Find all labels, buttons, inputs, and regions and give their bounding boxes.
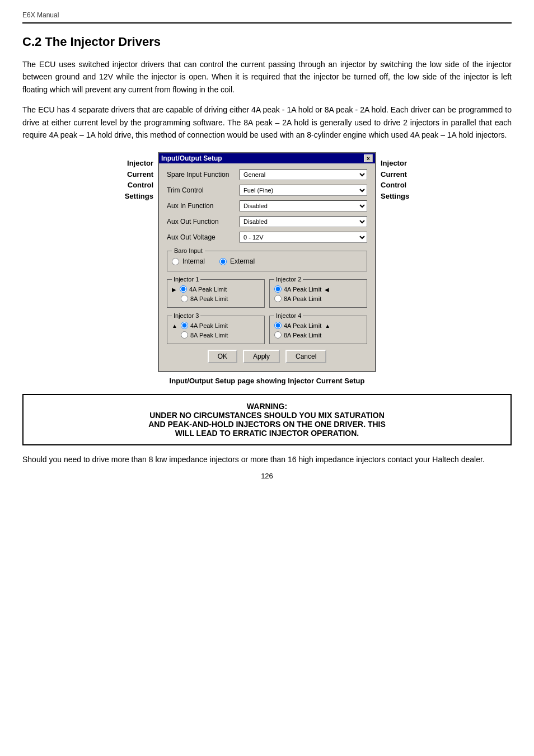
top-rule	[22, 22, 512, 24]
inj2-4a-radio[interactable]	[274, 285, 282, 293]
aux-in-label: Aux In Function	[167, 202, 240, 210]
inj2-4a-row: 4A Peak Limit ◀	[274, 285, 362, 294]
baro-internal-label[interactable]: Internal	[172, 257, 205, 265]
left-label-line3: Control	[114, 180, 153, 191]
dialog-caption: Input/Output Setup page showing Injector…	[22, 377, 512, 385]
injector4-group: Injector 4 4A Peak Limit ▲ 8A Peak Limit	[269, 312, 367, 344]
baro-radio-row: Internal External	[172, 257, 362, 266]
inj4-4a-text: 4A Peak Limit	[284, 322, 321, 329]
inj3-arrow-right: ▲	[172, 323, 177, 329]
inj1-4a-label[interactable]: 4A Peak Limit	[180, 285, 227, 293]
injector4-legend: Injector 4	[274, 312, 303, 319]
inj1-4a-radio[interactable]	[180, 285, 187, 293]
baro-internal-text: Internal	[182, 257, 205, 265]
inj4-4a-label[interactable]: 4A Peak Limit	[274, 322, 321, 329]
aux-in-function-row: Aux In Function Disabled	[167, 200, 367, 212]
injector2-group: Injector 2 4A Peak Limit ◀ 8A Peak Limit	[269, 276, 367, 308]
left-label-line2: Current	[114, 169, 153, 180]
spare-input-select[interactable]: General	[240, 169, 367, 180]
header-label: E6X Manual	[22, 11, 512, 19]
warning-title: WARNING:	[35, 402, 499, 411]
section-para2: The ECU has 4 separate drivers that are …	[22, 104, 512, 141]
warning-line1: UNDER NO CIRCUMSTANCES SHOULD YOU MIX SA…	[35, 411, 499, 420]
inj1-8a-row: 8A Peak Limit	[172, 295, 260, 303]
inj3-4a-radio[interactable]	[181, 322, 188, 329]
trim-control-label: Trim Control	[167, 186, 240, 194]
injector1-group: Injector 1 ▶ 4A Peak Limit 8A Peak Limit	[167, 276, 265, 308]
right-side-label: Injector Current Control Settings	[381, 152, 420, 201]
inj4-8a-radio[interactable]	[274, 331, 282, 339]
aux-out-voltage-select[interactable]: 0 - 12V	[240, 232, 367, 243]
inj3-8a-text: 8A Peak Limit	[190, 332, 228, 339]
left-side-label: Injector Current Control Settings	[114, 152, 153, 201]
aux-out-function-row: Aux Out Function Disabled	[167, 216, 367, 227]
warning-box: WARNING: UNDER NO CIRCUMSTANCES SHOULD Y…	[22, 394, 512, 445]
inj1-8a-label[interactable]: 8A Peak Limit	[181, 295, 228, 302]
inj4-8a-row: 8A Peak Limit	[274, 331, 362, 340]
inj3-4a-text: 4A Peak Limit	[190, 322, 228, 329]
spare-input-row: Spare Input Function General	[167, 169, 367, 180]
inj2-8a-row: 8A Peak Limit	[274, 295, 362, 303]
aux-out-label: Aux Out Function	[167, 218, 240, 226]
dialog-body: Spare Input Function General Trim Contro…	[159, 163, 375, 371]
inj4-8a-text: 8A Peak Limit	[284, 332, 321, 339]
aux-in-select[interactable]: Disabled	[240, 200, 367, 212]
inj2-8a-label[interactable]: 8A Peak Limit	[274, 295, 321, 302]
trim-control-row: Trim Control Fuel (Fine)	[167, 185, 367, 196]
dialog-window: Input/Output Setup × Spare Input Functio…	[158, 152, 376, 372]
inj4-4a-radio[interactable]	[274, 322, 282, 329]
aux-out-voltage-label: Aux Out Voltage	[167, 233, 240, 241]
ok-button[interactable]: OK	[208, 350, 237, 363]
baro-internal-radio[interactable]	[172, 258, 179, 265]
left-label-line1: Injector	[114, 158, 153, 169]
dialog-titlebar: Input/Output Setup ×	[159, 153, 375, 163]
inj2-8a-text: 8A Peak Limit	[284, 295, 321, 302]
inj1-8a-text: 8A Peak Limit	[190, 295, 228, 302]
injector3-legend: Injector 3	[172, 312, 200, 319]
inj2-8a-radio[interactable]	[274, 295, 282, 302]
cancel-button[interactable]: Cancel	[285, 350, 326, 363]
baro-external-radio[interactable]	[219, 258, 227, 265]
close-button[interactable]: ×	[364, 154, 373, 162]
right-label-line4: Settings	[381, 191, 420, 202]
right-label-line1: Injector	[381, 158, 420, 169]
dialog-title: Input/Output Setup	[161, 154, 222, 162]
section-para1: The ECU uses switched injector drivers t…	[22, 58, 512, 96]
trim-control-select[interactable]: Fuel (Fine)	[240, 185, 367, 196]
inj1-8a-radio[interactable]	[181, 295, 188, 302]
baro-external-label[interactable]: External	[219, 257, 255, 265]
inj3-8a-row: 8A Peak Limit	[172, 331, 260, 340]
inj4-8a-label[interactable]: 8A Peak Limit	[274, 331, 321, 339]
baro-input-group: Baro Input Internal External	[167, 247, 367, 271]
baro-input-legend: Baro Input	[172, 247, 205, 254]
injector3-group: Injector 3 ▲ 4A Peak Limit 8A Peak Limit	[167, 312, 265, 344]
inj4-arrow-left: ▲	[325, 323, 330, 329]
inj2-4a-text: 4A Peak Limit	[284, 286, 321, 293]
spare-input-label: Spare Input Function	[167, 171, 240, 179]
aux-out-voltage-row: Aux Out Voltage 0 - 12V	[167, 232, 367, 243]
injectors-top-row: Injector 1 ▶ 4A Peak Limit 8A Peak Limit	[167, 276, 367, 308]
inj2-4a-label[interactable]: 4A Peak Limit	[274, 285, 321, 293]
dialog-button-row: OK Apply Cancel	[167, 350, 367, 363]
page-number: 126	[22, 472, 512, 480]
injectors-bottom-row: Injector 3 ▲ 4A Peak Limit 8A Peak Limit	[167, 312, 367, 344]
inj1-arrow-right: ▶	[172, 287, 176, 293]
baro-external-text: External	[230, 257, 255, 265]
right-label-line2: Current	[381, 169, 420, 180]
apply-button[interactable]: Apply	[243, 350, 280, 363]
dialog-area: Injector Current Control Settings Input/…	[22, 152, 512, 372]
inj3-8a-label[interactable]: 8A Peak Limit	[181, 331, 228, 339]
injector1-legend: Injector 1	[172, 276, 200, 283]
inj3-4a-label[interactable]: 4A Peak Limit	[181, 322, 228, 329]
aux-out-select[interactable]: Disabled	[240, 216, 367, 227]
footer-text: Should you need to drive more than 8 low…	[22, 453, 512, 466]
section-title: C.2 The Injector Drivers	[22, 35, 512, 49]
inj3-4a-row: ▲ 4A Peak Limit	[172, 322, 260, 330]
warning-line2: AND PEAK-AND-HOLD INJECTORS ON THE ONE D…	[35, 420, 499, 429]
inj1-4a-row: ▶ 4A Peak Limit	[172, 285, 260, 294]
inj1-4a-text: 4A Peak Limit	[189, 286, 227, 293]
inj3-8a-radio[interactable]	[181, 331, 188, 339]
left-label-line4: Settings	[114, 191, 153, 202]
inj2-arrow-left: ◀	[325, 287, 329, 293]
right-label-line3: Control	[381, 180, 420, 191]
